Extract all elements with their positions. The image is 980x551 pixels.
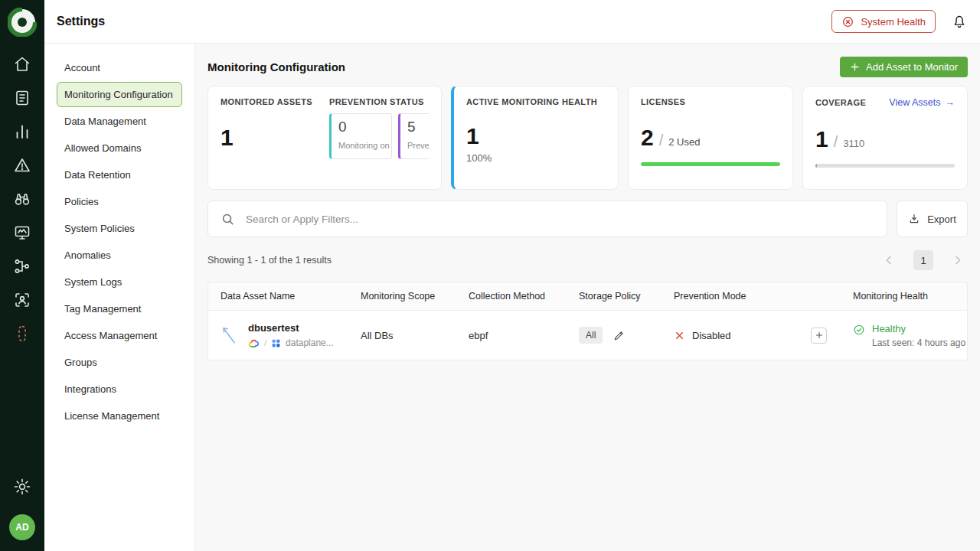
collection-method: ebpf bbox=[469, 330, 579, 341]
app-logo[interactable] bbox=[8, 8, 37, 37]
download-icon bbox=[908, 213, 920, 225]
disabled-x-icon bbox=[674, 330, 685, 341]
nav-item-data-retention[interactable]: Data Retention bbox=[57, 162, 182, 187]
nav-item-monitoring-configuration[interactable]: Monitoring Configuration bbox=[57, 82, 182, 107]
network-icon[interactable] bbox=[13, 257, 31, 276]
binoculars-icon[interactable] bbox=[13, 190, 31, 208]
export-button[interactable]: Export bbox=[897, 201, 968, 237]
nav-item-system-policies[interactable]: System Policies bbox=[57, 216, 182, 241]
prevention-stat-prevention-value: 5 bbox=[407, 119, 429, 135]
classification-icon[interactable] bbox=[13, 324, 31, 343]
healthy-check-icon bbox=[853, 324, 865, 336]
licenses-card: LICENSES 2 / 2 Used bbox=[628, 86, 793, 190]
monitoring-scope: All DBs bbox=[361, 330, 469, 341]
nav-item-policies[interactable]: Policies bbox=[57, 189, 182, 214]
licenses-label: LICENSES bbox=[641, 97, 780, 106]
asset-name: dbusertest bbox=[248, 322, 334, 334]
health-status: Healthy bbox=[872, 323, 965, 334]
prevention-stat-monitoring-value: 0 bbox=[338, 119, 384, 135]
prevention-mode: Disabled bbox=[692, 330, 731, 341]
active-monitoring-health-value: 1 bbox=[466, 125, 606, 148]
gear-icon[interactable] bbox=[13, 478, 31, 496]
settings-nav: Account Monitoring Configuration Data Ma… bbox=[44, 44, 195, 551]
add-asset-button[interactable]: Add Asset to Monitor bbox=[840, 57, 968, 77]
journal-icon[interactable] bbox=[13, 89, 31, 107]
edit-policy-icon[interactable] bbox=[612, 329, 626, 342]
asset-type-icon bbox=[219, 325, 239, 345]
nav-item-groups[interactable]: Groups bbox=[57, 350, 182, 375]
icon-rail: AD bbox=[0, 0, 44, 551]
gcp-cloud-icon bbox=[248, 337, 260, 349]
monitored-assets-label: MONITORED ASSETS bbox=[220, 97, 329, 106]
expand-row-button[interactable] bbox=[811, 328, 827, 344]
nav-item-data-management[interactable]: Data Management bbox=[57, 109, 182, 134]
coverage-progress-fill bbox=[815, 164, 817, 168]
rail-bottom: AD bbox=[9, 478, 35, 540]
licenses-used: 2 Used bbox=[668, 136, 700, 148]
nav-item-allowed-domains[interactable]: Allowed Domains bbox=[57, 135, 182, 161]
col-header-scope: Monitoring Scope bbox=[361, 291, 469, 302]
licenses-value: 2 bbox=[641, 126, 654, 149]
system-health-label: System Health bbox=[861, 16, 926, 28]
section-title: Monitoring Configuration bbox=[207, 60, 345, 73]
view-assets-label: View Assets bbox=[889, 97, 940, 108]
licenses-progress-fill bbox=[641, 162, 780, 166]
view-assets-link[interactable]: View Assets → bbox=[889, 97, 955, 108]
page-number[interactable]: 1 bbox=[913, 250, 933, 270]
coverage-card: COVERAGE View Assets → 1 / 3110 bbox=[802, 86, 968, 190]
add-asset-label: Add Asset to Monitor bbox=[866, 61, 958, 73]
coverage-progress-track bbox=[815, 164, 955, 168]
monitored-assets-card: MONITORED ASSETS 1 PREVENTION STATUS 0 M… bbox=[207, 86, 442, 190]
user-scan-icon[interactable] bbox=[13, 291, 31, 309]
bell-icon[interactable] bbox=[951, 13, 968, 30]
col-header-health: Monitoring Health bbox=[853, 291, 967, 302]
alert-triangle-icon[interactable] bbox=[13, 156, 31, 174]
licenses-divider: / bbox=[659, 132, 664, 149]
page-title: Settings bbox=[57, 15, 105, 28]
plus-icon bbox=[850, 62, 860, 72]
nav-item-access-management[interactable]: Access Management bbox=[57, 323, 182, 348]
prevention-stat-prevention: 5 Prevention bbox=[398, 113, 429, 159]
storage-policy-chip[interactable]: All bbox=[579, 327, 603, 344]
col-header-prevention: Prevention Mode bbox=[674, 291, 853, 302]
col-header-name: Data Asset Name bbox=[208, 291, 361, 302]
assets-table: Data Asset Name Monitoring Scope Collect… bbox=[207, 282, 968, 360]
asset-source: dataplane... bbox=[286, 337, 334, 348]
search-icon bbox=[220, 212, 235, 227]
coverage-value: 1 bbox=[815, 128, 828, 151]
prevention-stat-prevention-label: Prevention bbox=[407, 141, 429, 150]
table-row[interactable]: dbusertest / dataplane... All DBs bbox=[207, 310, 968, 360]
avatar[interactable]: AD bbox=[9, 514, 35, 540]
nav-item-integrations[interactable]: Integrations bbox=[57, 377, 182, 402]
prevention-stat-monitoring-label: Monitoring on bbox=[338, 141, 384, 150]
coverage-label: COVERAGE bbox=[815, 98, 866, 107]
results-summary: Showing 1 - 1 of the 1 results bbox=[207, 255, 332, 266]
col-header-collection: Collection Method bbox=[469, 291, 579, 302]
prev-page-icon[interactable] bbox=[879, 250, 899, 270]
nav-item-system-logs[interactable]: System Logs bbox=[57, 269, 182, 295]
monitored-assets-value: 1 bbox=[220, 126, 329, 149]
coverage-total: 3110 bbox=[843, 138, 864, 149]
monitor-activity-icon[interactable] bbox=[13, 223, 31, 242]
home-icon[interactable] bbox=[13, 55, 31, 73]
next-page-icon[interactable] bbox=[948, 250, 968, 270]
bar-chart-icon[interactable] bbox=[13, 122, 31, 141]
main-content: Monitoring Configuration Add Asset to Mo… bbox=[195, 44, 980, 551]
topbar: Settings System Health bbox=[44, 0, 980, 44]
coverage-divider: / bbox=[834, 133, 838, 151]
search-bar bbox=[207, 201, 887, 237]
active-monitoring-health-percent: 100% bbox=[466, 152, 606, 164]
active-monitoring-health-label: ACTIVE MONITORING HEALTH bbox=[466, 97, 606, 106]
nav-item-account[interactable]: Account bbox=[57, 55, 182, 80]
active-monitoring-health-card: ACTIVE MONITORING HEALTH 1 100% bbox=[451, 86, 619, 190]
source-separator: / bbox=[264, 338, 266, 347]
arrow-right-icon: → bbox=[946, 97, 956, 108]
dataplane-icon bbox=[271, 338, 281, 348]
nav-item-license-management[interactable]: License Management bbox=[57, 403, 182, 429]
system-health-button[interactable]: System Health bbox=[831, 10, 936, 33]
export-label: Export bbox=[927, 214, 956, 225]
licenses-progress-track bbox=[641, 162, 780, 166]
nav-item-tag-management[interactable]: Tag Management bbox=[57, 296, 182, 321]
search-input[interactable] bbox=[246, 214, 874, 225]
nav-item-anomalies[interactable]: Anomalies bbox=[57, 243, 182, 268]
